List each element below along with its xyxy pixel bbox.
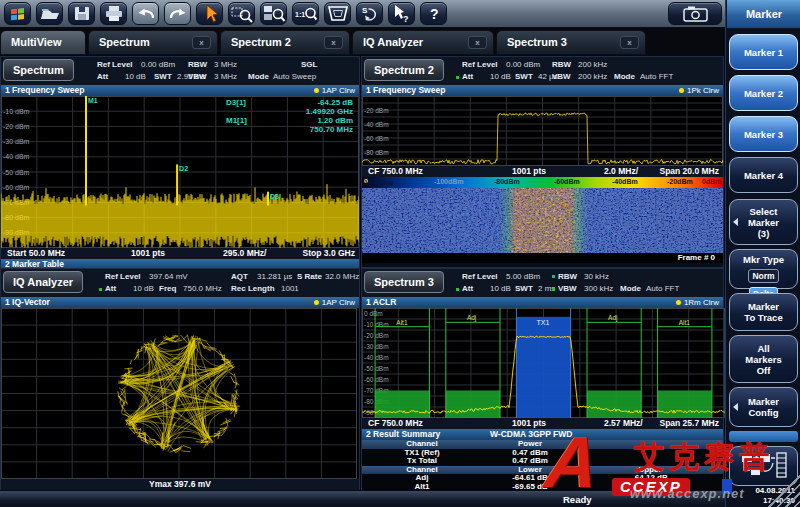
ref-level-value: 5.00 dBm [506,272,540,281]
x-start: Start 50.0 MHz [7,248,65,259]
svg-text:-40 dBm: -40 dBm [3,153,30,160]
marker-4-softkey[interactable]: Marker 4 [729,157,798,193]
spectrum1-label-button[interactable]: Spectrum [3,59,74,81]
center-freq: CF 750.0 MHz [368,166,423,177]
windows-logo-button[interactable] [4,2,31,25]
span: Span 25.7 MHz [659,418,719,429]
att-value: 10 dB [133,284,154,293]
points: 1001 pts [131,248,165,259]
marker-3-softkey[interactable]: Marker 3 [729,116,798,152]
att-value: 10 dB [490,72,511,81]
marker-config-softkey[interactable]: Marker Config [729,387,798,427]
tab-label: IQ Analyzer [363,36,423,48]
ref-level-label: Ref Level [105,272,141,281]
marker-to-trace-softkey[interactable]: Marker To Trace [729,293,798,331]
undo-button[interactable] [132,2,159,25]
tab-spectrum-2[interactable]: Spectrum 2 x [220,30,350,55]
svg-text:Adj: Adj [608,314,617,322]
tab-iq-analyzer[interactable]: IQ Analyzer x [352,30,494,55]
tab-spectrum-3[interactable]: Spectrum 3 x [496,30,646,55]
svg-text:Adj: Adj [467,314,476,322]
vbw-value: 200 kHz [578,72,607,81]
tab-close-icon[interactable]: x [324,36,343,49]
window-title: 1 ACLR [366,297,396,308]
tab-label: Spectrum 2 [231,36,291,48]
trace-dot-icon [679,88,684,93]
tab-close-icon[interactable]: x [468,36,487,49]
help-pointer-button[interactable]: ? [388,2,415,25]
scale-tick: -80dBm [494,178,520,185]
srate-value: 32.0 MHz [325,272,359,281]
mkr-type-norm-option[interactable]: Norm [748,269,778,283]
active-indicator [99,288,102,291]
freq-value: 750.0 MHz [183,284,222,293]
screenshot-button[interactable] [668,2,722,25]
help-pointer-icon: ? [389,3,414,24]
block-diagram-icon [740,450,788,482]
tab-close-icon[interactable]: x [620,36,639,49]
date-display: 04.08.2011 [755,486,795,495]
ymax-value: Ymax 397.6 mV [149,479,211,489]
spectrogram-display[interactable] [362,188,723,253]
undo-icon [133,3,158,24]
iq-label-button[interactable]: IQ Analyzer [3,271,83,293]
iq-vector-plot[interactable] [1,308,359,479]
display-fullscreen-button[interactable] [324,2,351,25]
spectrum3-label-button[interactable]: Spectrum 3 [364,271,444,293]
spectrum2-label-button[interactable]: Spectrum 2 [364,59,444,81]
scale-tick: -60dBm [554,178,580,185]
toolbar: 1:1 S ? ? [0,0,725,28]
svg-text:-40 dBm: -40 dBm [364,121,389,128]
marker-freq: 750.70 MHz [310,125,353,134]
vbw-value: 300 kHz [584,284,613,293]
zoom-area-button[interactable] [228,2,255,25]
select-pointer-icon [197,3,222,24]
mode-value: Auto FFT [646,284,679,293]
att-value: 10 dB [490,284,511,293]
select-pointer-button[interactable] [196,2,223,25]
vbw-label: VBW [552,72,571,81]
active-indicator [456,76,459,79]
scale-tick: -100dBm [434,178,464,185]
marker-type-softkey[interactable]: Mkr Type Norm Delta [729,249,798,289]
rbw-label: RBW [558,272,577,281]
aclr-plot[interactable]: 0 dBm-10 dBm-20 dBm-30 dBm-40 dBm-50 dBm… [362,308,723,418]
svg-text:?: ? [403,14,409,24]
overview-button[interactable] [729,446,798,486]
spectrum2-plot[interactable]: -20 dBm-40 dBm-60 dBm-80 dBm [362,96,723,166]
svg-text:?: ? [430,6,439,22]
scale-tick: -40dBm [612,178,638,185]
time-display: 17:40:30 [763,496,795,505]
spectrogram-colorbar: 1Pk Clrw -100dBm -80dBm -60dBm -40dBm -2… [362,177,723,188]
marker-freq: 1.49920 GHz [306,107,353,116]
help-button[interactable]: ? [420,2,447,25]
submenu-arrow-icon [733,218,738,226]
marker-value: -64.25 dB [317,98,353,107]
spectrum1-panel: Spectrum Ref Level 0.00 dBm RBW 3 MHz SG… [0,56,360,268]
active-indicator [552,275,555,278]
open-file-button[interactable] [36,2,63,25]
tab-multiview[interactable]: MultiView [0,30,86,55]
trace-label: 1AP Clrw [314,85,355,96]
print-icon [101,3,126,24]
spectrum3-panel: Spectrum 3 Ref Level 5.00 dBm RBW 30 kHz… [361,268,724,490]
zoom-overview-button[interactable] [260,2,287,25]
all-markers-off-softkey[interactable]: All Markers Off [729,335,798,383]
open-file-icon [37,3,62,24]
tab-close-icon[interactable]: x [192,36,211,49]
save-button[interactable] [68,2,95,25]
windows-logo-icon [5,3,30,24]
marker-2-softkey[interactable]: Marker 2 [729,75,798,111]
zoom-1to1-button[interactable]: 1:1 [292,2,319,25]
select-marker-softkey[interactable]: Select Marker (3) [729,199,798,245]
iq-header: IQ Analyzer Ref Level 397.64 mV AQT 31.2… [1,269,359,297]
redo-button[interactable] [164,2,191,25]
print-button[interactable] [100,2,127,25]
marker-1-softkey[interactable]: Marker 1 [729,34,798,70]
sync-button[interactable]: S [356,2,383,25]
svg-text:-60 dBm: -60 dBm [364,135,389,142]
window-title: 1 IQ-Vector [5,297,50,308]
svg-text:-20 dBm: -20 dBm [364,107,389,114]
tab-spectrum[interactable]: Spectrum x [88,30,218,55]
trace-dot-icon [314,88,319,93]
